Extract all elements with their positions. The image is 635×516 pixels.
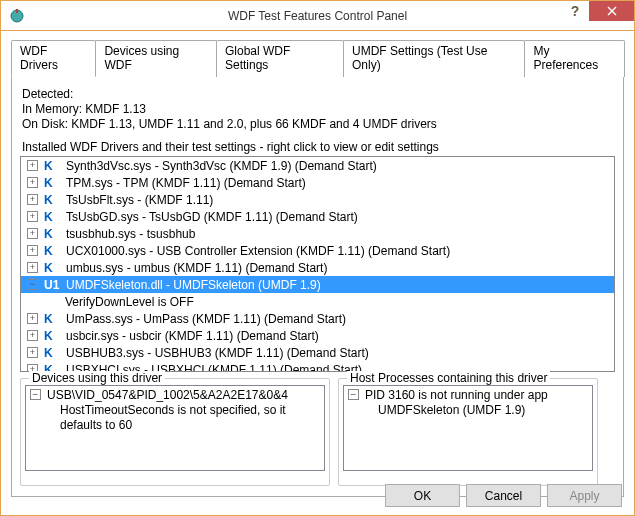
driver-tag: K — [44, 312, 66, 326]
tab-umdf-settings[interactable]: UMDF Settings (Test Use Only) — [343, 40, 525, 77]
driver-text: umbus.sys - umbus (KMDF 1.11) (Demand St… — [66, 261, 327, 275]
driver-row[interactable]: +Kumbus.sys - umbus (KMDF 1.11) (Demand … — [21, 259, 614, 276]
expand-icon[interactable]: + — [27, 245, 38, 256]
devices-panel-legend: Devices using this driver — [29, 371, 165, 385]
dialog-window: WDF Test Features Control Panel ? WDF Dr… — [0, 0, 635, 516]
tabstrip: WDF Drivers Devices using WDF Global WDF… — [11, 39, 624, 77]
hostproc-line2: UMDFSkeleton (UMDF 1.9) — [348, 403, 588, 418]
driver-row[interactable]: +KUmPass.sys - UmPass (KMDF 1.11) (Deman… — [21, 310, 614, 327]
driver-tag: U1 — [44, 278, 66, 292]
detected-disk: On Disk: KMDF 1.13, UMDF 1.11 and 2.0, p… — [22, 117, 615, 132]
driver-tag: K — [44, 346, 66, 360]
devices-using-driver-panel: Devices using this driver − USB\VID_0547… — [20, 378, 330, 486]
hostproc-line1: PID 3160 is not running under app — [365, 388, 548, 403]
driver-text: Synth3dVsc.sys - Synth3dVsc (KMDF 1.9) (… — [66, 159, 377, 173]
driver-row[interactable]: +KSynth3dVsc.sys - Synth3dVsc (KMDF 1.9)… — [21, 157, 614, 174]
dialog-button-row: OK Cancel Apply — [385, 484, 622, 507]
devices-list[interactable]: − USB\VID_0547&PID_1002\5&A2A2E17&0&4 Ho… — [25, 385, 325, 471]
driver-text: tsusbhub.sys - tsusbhub — [66, 227, 195, 241]
driver-tag: K — [44, 329, 66, 343]
driver-text: UCX01000.sys - USB Controller Extension … — [66, 244, 450, 258]
driver-row[interactable]: +KUCX01000.sys - USB Controller Extensio… — [21, 242, 614, 259]
svg-rect-1 — [16, 9, 18, 13]
driver-row[interactable]: +Kusbcir.sys - usbcir (KMDF 1.11) (Deman… — [21, 327, 614, 344]
expand-icon[interactable]: + — [27, 228, 38, 239]
help-button[interactable]: ? — [561, 1, 589, 21]
bottom-panels: Devices using this driver − USB\VID_0547… — [20, 378, 615, 486]
expand-icon[interactable]: + — [27, 194, 38, 205]
cancel-button[interactable]: Cancel — [466, 484, 541, 507]
device-detail: HostTimeoutSeconds is not specified, so … — [30, 403, 320, 433]
hostproc-row[interactable]: − PID 3160 is not running under app — [348, 388, 588, 403]
host-processes-panel: Host Processes containing this driver − … — [338, 378, 598, 486]
driver-text: USBHUB3.sys - USBHUB3 (KMDF 1.11) (Deman… — [66, 346, 369, 360]
driver-text: UMDFSkeleton.dll - UMDFSkeleton (UMDF 1.… — [66, 278, 321, 292]
driver-tag: K — [44, 176, 66, 190]
driver-tag: K — [44, 227, 66, 241]
detected-memory: In Memory: KMDF 1.13 — [22, 102, 615, 117]
expand-icon[interactable]: + — [27, 313, 38, 324]
driver-text: UmPass.sys - UmPass (KMDF 1.11) (Demand … — [66, 312, 346, 326]
driver-child-row[interactable]: VerifyDownLevel is OFF — [21, 293, 614, 310]
device-id: USB\VID_0547&PID_1002\5&A2A2E17&0&4 — [47, 388, 288, 403]
driver-row[interactable]: +KTPM.sys - TPM (KMDF 1.11) (Demand Star… — [21, 174, 614, 191]
titlebar: WDF Test Features Control Panel ? — [1, 1, 634, 31]
expand-icon[interactable]: + — [27, 211, 38, 222]
tab-page: Detected: In Memory: KMDF 1.13 On Disk: … — [11, 77, 624, 497]
driver-row[interactable]: +Ktsusbhub.sys - tsusbhub — [21, 225, 614, 242]
tab-devices-using-wdf[interactable]: Devices using WDF — [95, 40, 217, 77]
driver-text: TsUsbGD.sys - TsUsbGD (KMDF 1.11) (Deman… — [66, 210, 358, 224]
driver-list-label: Installed WDF Drivers and their test set… — [22, 140, 615, 154]
collapse-icon[interactable]: − — [30, 389, 41, 400]
close-button[interactable] — [589, 1, 634, 21]
detected-info: Detected: In Memory: KMDF 1.13 On Disk: … — [22, 87, 615, 132]
driver-tree[interactable]: +KSynth3dVsc.sys - Synth3dVsc (KMDF 1.9)… — [20, 156, 615, 372]
tab-my-preferences[interactable]: My Preferences — [524, 40, 625, 77]
driver-tag: K — [44, 261, 66, 275]
tab-global-wdf-settings[interactable]: Global WDF Settings — [216, 40, 344, 77]
content-area: WDF Drivers Devices using WDF Global WDF… — [1, 31, 634, 497]
app-icon — [9, 8, 25, 24]
device-row[interactable]: − USB\VID_0547&PID_1002\5&A2A2E17&0&4 — [30, 388, 320, 403]
titlebar-controls: ? — [561, 1, 634, 23]
driver-row[interactable]: +KTsUsbGD.sys - TsUsbGD (KMDF 1.11) (Dem… — [21, 208, 614, 225]
collapse-icon[interactable]: − — [27, 279, 38, 290]
detected-heading: Detected: — [22, 87, 615, 102]
expand-icon[interactable]: + — [27, 177, 38, 188]
driver-text: usbcir.sys - usbcir (KMDF 1.11) (Demand … — [66, 329, 319, 343]
collapse-icon[interactable]: − — [348, 389, 359, 400]
driver-tag: K — [44, 210, 66, 224]
driver-tag: K — [44, 193, 66, 207]
driver-row[interactable]: −U1UMDFSkeleton.dll - UMDFSkeleton (UMDF… — [21, 276, 614, 293]
ok-button[interactable]: OK — [385, 484, 460, 507]
expand-icon[interactable]: + — [27, 262, 38, 273]
driver-text: TsUsbFlt.sys - (KMDF 1.11) — [66, 193, 213, 207]
hostproc-list[interactable]: − PID 3160 is not running under app UMDF… — [343, 385, 593, 471]
driver-tag: K — [44, 159, 66, 173]
expand-icon[interactable]: + — [27, 347, 38, 358]
apply-button[interactable]: Apply — [547, 484, 622, 507]
driver-row[interactable]: +KTsUsbFlt.sys - (KMDF 1.11) — [21, 191, 614, 208]
window-title: WDF Test Features Control Panel — [228, 9, 407, 23]
tab-wdf-drivers[interactable]: WDF Drivers — [11, 40, 96, 77]
driver-text: TPM.sys - TPM (KMDF 1.11) (Demand Start) — [66, 176, 306, 190]
expand-icon[interactable]: + — [27, 160, 38, 171]
hostproc-panel-legend: Host Processes containing this driver — [347, 371, 550, 385]
driver-tag: K — [44, 244, 66, 258]
expand-icon[interactable]: + — [27, 330, 38, 341]
driver-row[interactable]: +KUSBHUB3.sys - USBHUB3 (KMDF 1.11) (Dem… — [21, 344, 614, 361]
